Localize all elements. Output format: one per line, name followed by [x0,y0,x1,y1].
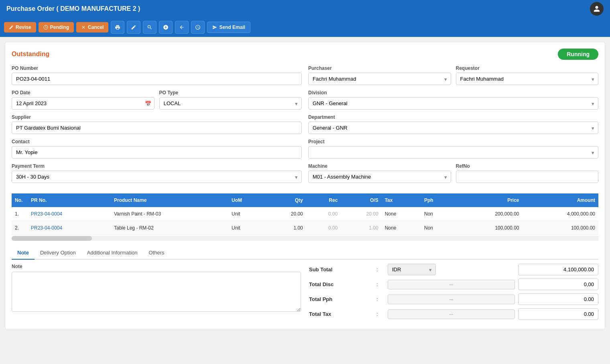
print-icon-button[interactable] [111,21,124,34]
sub-total-input[interactable] [518,264,598,275]
project-wrapper [308,146,598,159]
supplier-input[interactable] [12,122,302,134]
col-pr-no: PR No. [28,193,111,207]
cancel-button[interactable]: Cancel [76,22,108,33]
department-label: Department [308,114,598,120]
supplier-label: Supplier [12,114,302,120]
cell-no: 1. [12,207,28,221]
po-number-field: PO Number [12,65,302,85]
refno-field: RefNo [456,163,599,183]
machine-select[interactable]: M01 - Assembly Machine [308,171,451,183]
tab-others[interactable]: Others [143,246,170,260]
total-tax-row: Total Tax : ··· [309,308,598,320]
total-tax-label: Total Tax [309,311,373,317]
total-pph-row: Total Pph : ··· [309,293,598,305]
total-tax-input[interactable] [518,308,598,320]
currency-select[interactable]: IDR [388,264,436,275]
total-tax-colon: : [376,311,384,317]
cell-tax: None [382,221,421,235]
contact-input[interactable] [12,146,302,159]
form-card: Outstanding Running PO Number PO Date [5,42,605,330]
tab-note[interactable]: Note [12,246,35,260]
division-select[interactable]: GNR - General [308,97,598,110]
main-content: Outstanding Running PO Number PO Date [0,37,610,335]
note-textarea[interactable] [12,272,301,312]
form-grid: PO Number PO Date PO Type LOC [12,65,598,188]
cell-product-name: Varnish Paint - RM-03 [111,207,228,221]
search-icon-button[interactable] [143,21,157,34]
po-type-field: PO Type LOCAL [159,90,302,110]
sub-total-row: Sub Total : IDR [309,264,598,275]
total-pph-input[interactable] [518,293,598,305]
total-tax-dots-button[interactable]: ··· [388,309,515,319]
col-pph: Pph [421,193,455,207]
tab-additional-information[interactable]: Additional Information [81,246,143,260]
cell-price: 100,000.00 [455,221,522,235]
po-type-select[interactable]: LOCAL [159,97,302,110]
cell-product-name: Table Leg - RM-02 [111,221,228,235]
total-disc-dots-button[interactable]: ··· [388,280,515,289]
payment-term-select[interactable]: 30H - 30 Days [12,171,302,183]
total-pph-dots-button[interactable]: ··· [388,295,515,304]
col-product-name: Product Name [111,193,228,207]
form-right: Purchaser Fachri Muhammad Requestor Fach… [308,65,598,188]
cell-os: 1.00 [341,221,381,235]
refno-label: RefNo [456,163,599,169]
items-table: No. PR No. Product Name UoM Qty Rec O/S … [12,193,598,235]
revise-button[interactable]: Revise [4,22,36,33]
currency-wrapper: IDR [388,264,436,275]
table-row[interactable]: 1. PR23-04-0004 Varnish Paint - RM-03 Un… [12,207,598,221]
cell-pr-no: PR23-04-0004 [28,221,111,235]
project-select[interactable] [308,146,598,159]
supplier-field: Supplier [12,114,302,134]
table-row[interactable]: 2. PR23-04-0004 Table Leg - RM-02 Unit 1… [12,221,598,235]
note-section: Note [12,264,301,323]
po-date-input[interactable] [12,97,155,110]
edit-icon-button[interactable] [127,21,140,34]
send-email-button[interactable]: Send Email [207,22,250,33]
total-pph-label: Total Pph [309,296,373,302]
department-field: Department General - GNR [308,114,598,134]
cell-os: 20.00 [341,207,381,221]
purchaser-label: Purchaser [308,65,451,71]
cell-no: 2. [12,221,28,235]
clock-icon-button[interactable] [191,21,205,34]
col-tax: Tax [382,193,421,207]
requestor-label: Requestor [456,65,599,71]
col-price: Price [455,193,522,207]
page-title: Purchase Order ( DEMO MANUFACTURE 2 ) [6,5,140,12]
requestor-select[interactable]: Fachri Muhammad [456,73,599,85]
purchaser-requestor-row: Purchaser Fachri Muhammad Requestor Fach… [308,65,598,90]
refno-input[interactable] [456,171,599,183]
scroll-thumb[interactable] [12,236,92,241]
status-badge: Running [558,49,598,60]
po-number-input[interactable] [12,73,302,85]
cell-tax: None [382,207,421,221]
user-avatar[interactable] [590,2,604,16]
add-icon-button[interactable] [159,21,173,34]
back-icon-button[interactable] [175,21,189,34]
po-date-wrapper [12,97,155,110]
col-no: No. [12,193,28,207]
tab-delivery-option[interactable]: Delivery Option [35,246,81,260]
department-select[interactable]: General - GNR [308,122,598,134]
pending-button[interactable]: Pending [39,22,74,33]
sub-total-label: Sub Total [309,266,373,272]
cell-uom: Unit [228,207,265,221]
purchaser-wrapper: Fachri Muhammad [308,73,451,85]
toolbar: Revise Pending Cancel Send Email [0,18,610,37]
machine-field: Machine M01 - Assembly Machine [308,163,451,183]
machine-refno-row: Machine M01 - Assembly Machine RefNo [308,163,598,188]
total-disc-input[interactable] [518,279,598,290]
col-os: O/S [341,193,381,207]
total-disc-label: Total Disc [309,281,373,287]
date-type-row: PO Date PO Type LOCAL [12,90,302,114]
cell-pph: Non [421,221,455,235]
purchaser-select[interactable]: Fachri Muhammad [308,73,451,85]
po-type-label: PO Type [159,90,302,96]
horizontal-scrollbar[interactable] [12,236,598,241]
cell-amount: 100,000.00 [522,221,598,235]
machine-label: Machine [308,163,451,169]
header: Purchase Order ( DEMO MANUFACTURE 2 ) [0,0,610,18]
cell-qty: 1.00 [265,221,306,235]
